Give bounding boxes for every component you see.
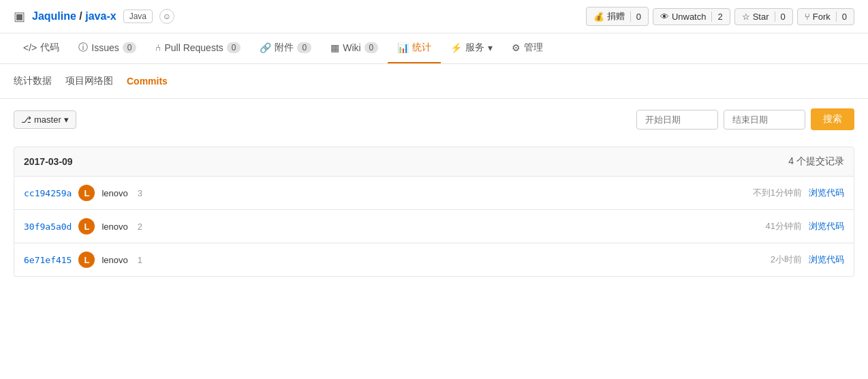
chevron-down-icon: ▾	[64, 115, 69, 125]
end-date-input[interactable]	[724, 110, 805, 130]
commit-right-2: 2小时前 浏览代码	[771, 254, 844, 266]
admin-icon: ⚙	[512, 42, 521, 53]
commit-num: 3	[138, 188, 142, 198]
sub-nav: 统计数据 项目网络图 Commits	[0, 64, 868, 99]
commit-count: 4 个提交记录	[788, 155, 844, 168]
commit-hash[interactable]: 30f9a5a0d	[24, 222, 72, 232]
commit-right-0: 不到1分钟前 浏览代码	[753, 187, 844, 199]
commits-container: 2017-03-09 4 个提交记录 cc194259a L lenovo 3 …	[0, 147, 868, 277]
donate-icon: 💰	[593, 12, 604, 22]
tab-wiki[interactable]: ▦ Wiki 0	[321, 34, 388, 63]
service-icon: ⚡	[450, 42, 462, 53]
tab-stats[interactable]: 📊 统计	[388, 33, 441, 63]
attach-badge: 0	[297, 42, 311, 53]
repo-icon: ▣	[14, 9, 25, 24]
donate-count: 0	[630, 12, 641, 22]
star-count: 0	[775, 12, 786, 22]
table-row: 6e71ef415 L lenovo 1 2小时前 浏览代码	[14, 243, 854, 277]
wiki-icon: ▦	[330, 42, 339, 53]
tab-stats-label: 统计	[412, 42, 431, 54]
star-icon: ☆	[742, 12, 750, 22]
tab-attach-label: 附件	[275, 42, 294, 54]
donate-button[interactable]: 💰 捐赠 0	[586, 7, 649, 26]
repo-info: ▣ Jaquline / java-x Java ☺	[14, 9, 174, 24]
stats-icon: 📊	[397, 42, 409, 53]
search-button[interactable]: 搜索	[811, 108, 854, 130]
table-row: cc194259a L lenovo 3 不到1分钟前 浏览代码	[14, 177, 854, 210]
commit-right-1: 41分钟前 浏览代码	[766, 220, 844, 232]
unwatch-label: Unwatch	[672, 12, 707, 22]
date-header: 2017-03-09 4 个提交记录	[14, 147, 854, 177]
start-date-input[interactable]	[636, 110, 718, 130]
repo-owner-link[interactable]: Jaquline	[32, 10, 76, 22]
commit-left-1: 30f9a5a0d L lenovo 2	[24, 218, 142, 234]
tab-issues[interactable]: ⓘ Issues 0	[69, 33, 146, 63]
unwatch-count: 2	[711, 12, 722, 22]
star-button[interactable]: ☆ Star 0	[734, 8, 793, 25]
commit-time: 41分钟前	[766, 220, 802, 232]
fork-label: Fork	[813, 12, 831, 22]
tab-code[interactable]: </> 代码	[14, 33, 69, 63]
repo-name-link[interactable]: java-x	[85, 10, 116, 22]
eye-icon: 👁	[660, 12, 669, 22]
commit-author: lenovo	[102, 188, 127, 198]
avatar: L	[78, 185, 95, 201]
table-row: 30f9a5a0d L lenovo 2 41分钟前 浏览代码	[14, 210, 854, 243]
commit-left-0: cc194259a L lenovo 3	[24, 185, 142, 201]
page-header: ▣ Jaquline / java-x Java ☺ 💰 捐赠 0 👁 Unwa…	[0, 0, 868, 33]
donate-label: 捐赠	[607, 10, 625, 22]
attach-icon: 🔗	[260, 42, 271, 53]
branch-icon: ⎇	[21, 115, 31, 125]
sub-nav-stat-data[interactable]: 统计数据	[14, 72, 52, 90]
commit-num: 2	[138, 222, 142, 232]
chevron-down-icon: ▾	[488, 42, 493, 53]
browse-code-link[interactable]: 浏览代码	[809, 220, 844, 232]
commit-time: 不到1分钟前	[753, 187, 802, 199]
avatar: L	[78, 218, 95, 234]
toolbar: ⎇ master ▾ 搜索	[0, 99, 868, 140]
tab-pull-requests[interactable]: ⑃ Pull Requests 0	[146, 34, 250, 63]
pr-icon: ⑃	[155, 42, 161, 53]
commit-hash[interactable]: cc194259a	[24, 188, 72, 198]
browse-code-link[interactable]: 浏览代码	[809, 254, 844, 266]
tab-services-label: 服务	[465, 42, 484, 54]
star-label: Star	[753, 12, 769, 22]
commit-author: lenovo	[102, 255, 127, 265]
tab-attachments[interactable]: 🔗 附件 0	[250, 33, 321, 63]
repo-actions: 💰 捐赠 0 👁 Unwatch 2 ☆ Star 0 ⑂ Fork 0	[586, 7, 854, 26]
avatar: L	[78, 252, 95, 268]
bot-icon: ☺	[159, 9, 174, 24]
commit-time: 2小时前	[771, 254, 802, 266]
tab-admin[interactable]: ⚙ 管理	[502, 33, 553, 63]
sub-nav-commits[interactable]: Commits	[127, 73, 168, 89]
commit-hash[interactable]: 6e71ef415	[24, 255, 72, 265]
pr-badge: 0	[227, 42, 241, 53]
commit-date: 2017-03-09	[24, 156, 73, 167]
fork-icon: ⑂	[805, 12, 810, 22]
tab-pr-label: Pull Requests	[164, 42, 223, 53]
tab-wiki-label: Wiki	[343, 42, 360, 53]
lang-badge: Java	[123, 10, 153, 23]
browse-code-link[interactable]: 浏览代码	[809, 187, 844, 199]
commits-list: cc194259a L lenovo 3 不到1分钟前 浏览代码 30f9a5a…	[14, 177, 854, 277]
tab-admin-label: 管理	[524, 42, 543, 54]
fork-count: 0	[836, 12, 847, 22]
date-search-area: 搜索	[636, 108, 854, 130]
unwatch-button[interactable]: 👁 Unwatch 2	[653, 8, 730, 25]
code-icon: </>	[23, 42, 37, 53]
commit-author: lenovo	[102, 222, 127, 232]
nav-tabs: </> 代码 ⓘ Issues 0 ⑃ Pull Requests 0 🔗 附件…	[0, 33, 868, 64]
fork-button[interactable]: ⑂ Fork 0	[797, 8, 854, 25]
commit-left-2: 6e71ef415 L lenovo 1	[24, 252, 142, 268]
tab-issues-label: Issues	[91, 42, 119, 53]
tab-code-label: 代码	[40, 42, 59, 54]
commit-num: 1	[138, 255, 142, 265]
issues-icon: ⓘ	[78, 42, 88, 54]
tab-services[interactable]: ⚡ 服务 ▾	[441, 33, 502, 63]
branch-label: master	[34, 115, 61, 125]
branch-selector[interactable]: ⎇ master ▾	[14, 110, 76, 129]
wiki-badge: 0	[365, 42, 379, 53]
issues-badge: 0	[123, 42, 137, 53]
repo-title: Jaquline / java-x	[32, 10, 117, 22]
sub-nav-network[interactable]: 项目网络图	[65, 72, 113, 90]
